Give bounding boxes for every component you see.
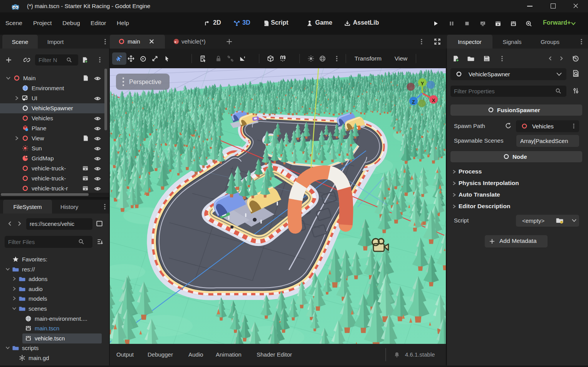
svg-text:X: X (432, 98, 435, 103)
svg-text:Y: Y (421, 81, 424, 86)
svg-text:Perspective: Perspective (129, 79, 161, 85)
svg-text:DOC: DOC (574, 75, 578, 77)
svg-text:Z: Z (412, 99, 415, 105)
